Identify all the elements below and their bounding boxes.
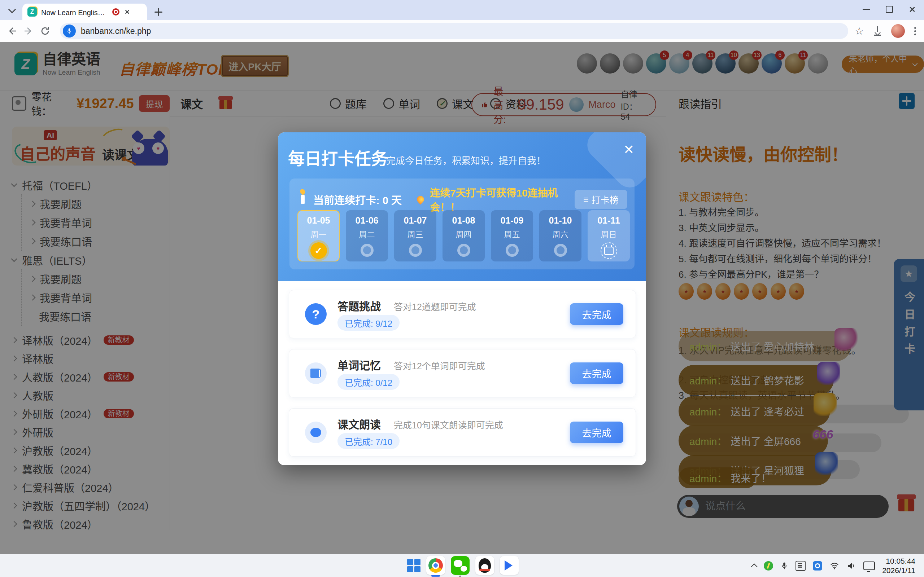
window-maximize-button[interactable] (886, 6, 893, 13)
taskbar-apps (407, 556, 519, 575)
question-icon: ? (305, 303, 327, 325)
tray-app-icon[interactable] (764, 561, 773, 571)
browser-profile-avatar[interactable] (891, 24, 905, 38)
day-card[interactable]: 01-07周三 (394, 210, 436, 261)
back-button[interactable] (3, 23, 20, 39)
daily-checkin-modal: 每日打卡任务 完成今日任务，积累知识，提升自我！ ✕ 当前连续打卡: 0 天 连… (278, 132, 646, 465)
taskbar-clock[interactable]: 10:05:44 2026/1/11 (882, 556, 915, 575)
checkin-days-row: 01-05周一 ✓ 01-06周二 01-07周三 01-08周四 01-09周… (297, 210, 630, 261)
checkin-board-button[interactable]: ≡打卡榜 (575, 190, 627, 209)
day-card-checked[interactable]: 01-05周一 ✓ (297, 210, 340, 261)
url-text: banbanx.cn/ke.php (81, 26, 151, 36)
pending-ring-icon (457, 244, 470, 257)
pending-ring-icon (506, 244, 519, 257)
streak-tip: 连续7天打卡可获得10连抽机会！！ (430, 185, 569, 214)
task-title: 单词记忆 (338, 357, 381, 372)
go-complete-button[interactable]: 去完成 (570, 303, 624, 325)
day-card[interactable]: 01-09周五 (491, 210, 533, 261)
task-card-words: 单词记忆 答对12个单词即可完成 已完成: 0/12 去完成 (289, 349, 636, 397)
input-method-icon[interactable] (795, 561, 806, 571)
browser-tab-bar: Z Now Learn English - 自律 (0, 0, 924, 20)
download-icon[interactable] (873, 26, 882, 36)
video-player-taskbar-icon[interactable] (500, 556, 519, 575)
task-card-reading: 课文朗读 完成10句课文朗读即可完成 已完成: 7/10 去完成 (289, 408, 636, 456)
pending-ring-icon (554, 244, 567, 257)
modal-close-button[interactable]: ✕ (621, 142, 637, 158)
browser-menu-button[interactable] (914, 27, 916, 35)
tab-search-button[interactable] (7, 6, 16, 15)
site-favicon-icon: Z (27, 7, 37, 16)
modal-title: 每日打卡任务 (288, 145, 388, 169)
day-card-final[interactable]: 01-11周日 (588, 210, 630, 261)
recording-indicator-icon (112, 8, 120, 16)
task-desc: 答对12道题即可完成 (394, 300, 476, 313)
go-complete-button[interactable]: 去完成 (570, 363, 624, 384)
calendar-icon (604, 247, 614, 255)
forward-button[interactable] (20, 23, 37, 39)
wechat-taskbar-icon[interactable] (451, 556, 470, 575)
windows-taskbar: 10:05:44 2026/1/11 (0, 554, 924, 577)
pending-ring-icon (360, 244, 373, 257)
toolbar-right: ☆ (855, 24, 916, 38)
streak-panel: 当前连续打卡: 0 天 连续7天打卡可获得10连抽机会！！ ≡打卡榜 01-05… (289, 179, 635, 269)
flame-icon (415, 194, 426, 205)
start-button[interactable] (407, 559, 420, 572)
candle-icon (301, 195, 305, 204)
address-bar[interactable]: banbanx.cn/ke.php (60, 23, 848, 39)
modal-body: ? 答题挑战 答对12道题即可完成 已完成: 9/12 去完成 单词记忆 答对1… (278, 281, 646, 465)
tab-title: Now Learn English - 自律 (41, 7, 108, 17)
wifi-icon[interactable] (829, 561, 840, 570)
cast-icon[interactable] (863, 561, 875, 570)
chrome-taskbar-icon[interactable] (426, 556, 445, 575)
browser-toolbar: banbanx.cn/ke.php ☆ (0, 20, 924, 42)
qq-taskbar-icon[interactable] (475, 556, 494, 575)
day-card[interactable]: 01-08周四 (443, 210, 485, 261)
microphone-in-use-icon[interactable] (63, 24, 76, 37)
qq-tray-icon[interactable] (813, 561, 822, 571)
tab-close-button[interactable] (124, 10, 129, 15)
system-tray: 10:05:44 2026/1/11 (752, 554, 915, 577)
modal-header: 每日打卡任务 完成今日任务，积累知识，提升自我！ ✕ 当前连续打卡: 0 天 连… (278, 132, 646, 281)
pending-ring-icon (409, 244, 422, 257)
calendar-circle (601, 242, 617, 259)
chat-bubble-icon (305, 422, 327, 443)
volume-icon[interactable] (847, 561, 856, 570)
task-desc: 答对12个单词即可完成 (394, 359, 485, 372)
clock-time: 10:05:44 (882, 556, 915, 566)
book-icon (305, 363, 327, 384)
back-arrow-icon (7, 26, 17, 36)
task-title: 答题挑战 (338, 298, 381, 313)
microphone-tray-icon[interactable] (780, 561, 788, 571)
forward-arrow-icon (23, 26, 34, 36)
go-complete-button[interactable]: 去完成 (570, 422, 624, 443)
chevron-down-icon (8, 6, 16, 13)
task-title: 课文朗读 (338, 416, 381, 432)
task-progress: 已完成: 7/10 (338, 433, 399, 449)
check-circle-icon: ✓ (310, 242, 327, 259)
task-card-quiz: ? 答题挑战 答对12道题即可完成 已完成: 9/12 去完成 (289, 290, 636, 338)
bookmark-star-icon[interactable]: ☆ (855, 25, 864, 37)
window-minimize-button[interactable] (863, 9, 870, 10)
reload-icon (40, 26, 50, 36)
window-controls (863, 6, 915, 13)
screen: Z Now Learn English - 自律 banbanx.cn/ke.p… (0, 0, 924, 577)
clock-date: 2026/1/11 (882, 566, 915, 575)
task-progress: 已完成: 0/12 (338, 374, 399, 390)
hidden-icons-button[interactable] (751, 563, 757, 570)
day-card[interactable]: 01-10周六 (539, 210, 582, 261)
modal-subtitle: 完成今日任务，积累知识，提升自我！ (386, 153, 546, 167)
task-progress: 已完成: 9/12 (338, 315, 399, 331)
window-close-button[interactable] (909, 6, 915, 13)
task-desc: 完成10句课文朗读即可完成 (394, 418, 503, 431)
reload-button[interactable] (37, 23, 53, 39)
day-card[interactable]: 01-06周二 (346, 210, 388, 261)
streak-label: 当前连续打卡: 0 天 (313, 192, 402, 207)
browser-tab[interactable]: Z Now Learn English - 自律 (23, 3, 147, 20)
